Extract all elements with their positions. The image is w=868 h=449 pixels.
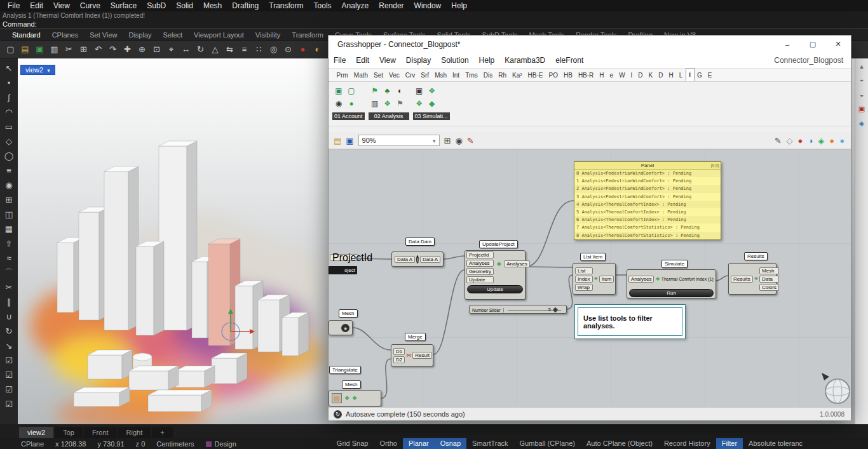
sphere-icon[interactable]: ◉ [2, 178, 16, 192]
component-input[interactable]: Analyses [628, 276, 654, 283]
gh-menu-item[interactable]: View [374, 56, 401, 65]
wind-comfort-icon[interactable]: ⚑ [369, 84, 381, 97]
gh-category-tab[interactable]: i [686, 68, 695, 81]
component-input[interactable]: D2 [393, 356, 405, 363]
material-tab-icon[interactable]: ▣ [858, 105, 865, 113]
status-toggle[interactable]: Record History [658, 438, 716, 449]
units-button[interactable]: Centimeters [151, 440, 200, 448]
data-dam-component[interactable]: Data A ∥ Data A [391, 251, 444, 267]
offset-curve-icon[interactable]: ≡ [2, 163, 16, 178]
account-globe-icon[interactable]: ◉ [332, 97, 345, 110]
slider-track[interactable]: 5 [504, 305, 566, 314]
menu-item[interactable]: Solid [171, 0, 198, 11]
toolbar-tab[interactable]: Set View [84, 29, 123, 41]
gh-category-tab[interactable]: L [676, 69, 686, 81]
menu-item[interactable]: Transform [264, 0, 308, 11]
zoom-extents-icon[interactable]: ⌖ [165, 43, 178, 56]
workspace-cube-icon[interactable]: ▢ [345, 84, 358, 97]
update-button[interactable]: Update [467, 285, 523, 293]
mesh-result-icon[interactable]: ◆ [426, 97, 438, 110]
fillet-icon[interactable]: ⌒ [2, 265, 16, 280]
thermal-comfort-icon[interactable]: ❖ [381, 97, 394, 110]
component-input[interactable]: List [575, 267, 593, 274]
gh-category-tab[interactable]: Msh [432, 69, 450, 81]
menu-item[interactable]: File [3, 0, 25, 11]
menu-item[interactable]: View [48, 0, 75, 11]
statistics-icon[interactable]: ⚑ [394, 97, 407, 110]
gh-panel-component[interactable]: Panel {0;0} 0 Analysis<PedestrianWindCom… [574, 161, 721, 240]
pan-icon[interactable]: ✚ [121, 43, 134, 56]
move-icon[interactable]: ↔ [179, 43, 193, 56]
surface-icon[interactable]: ▦ [2, 222, 16, 236]
component-input[interactable]: ProjectId [466, 251, 494, 258]
menu-item[interactable]: Help [446, 0, 472, 11]
display-tab-icon[interactable]: ◈ [859, 119, 864, 128]
results-component[interactable]: Results ❖ MeshDataColors [728, 263, 776, 295]
component-output[interactable]: Analyses [504, 260, 529, 267]
projectid-param[interactable]: ProjectId [330, 254, 358, 261]
viewport-tab[interactable]: Right [118, 427, 151, 438]
status-toggle[interactable]: Gumball (CPlane) [514, 438, 581, 449]
toolbar-tab[interactable]: Display [123, 29, 157, 41]
component-input[interactable]: Results [731, 276, 753, 283]
print-icon[interactable]: ▥ [48, 43, 61, 56]
layer-check-icon[interactable]: ☑ [2, 353, 16, 368]
gh-category-tab[interactable]: Rh [496, 69, 510, 81]
mesh-component[interactable]: ◉ [329, 320, 353, 335]
loft-icon[interactable]: ≈ [2, 251, 16, 265]
cut-icon[interactable]: ✂ [62, 43, 76, 56]
results-icon[interactable]: ❖ [413, 97, 426, 110]
wireframe-preview-icon[interactable]: ◑ [808, 136, 813, 145]
rotate-tool-icon[interactable]: ↻ [2, 324, 16, 338]
gh-category-tab[interactable]: H [666, 69, 676, 81]
rotate-icon[interactable]: ↻ [194, 43, 207, 56]
gh-category-tab[interactable]: Vec [386, 69, 403, 81]
gh-category-tab[interactable]: HB-R [575, 69, 596, 81]
material-icon[interactable]: ◐ [311, 43, 324, 56]
copy-icon[interactable]: ⊞ [77, 43, 90, 56]
active-layer-chip[interactable]: Design [200, 440, 242, 448]
number-slider-component[interactable]: Number Slider 5 [469, 305, 567, 314]
gh-title-bar[interactable]: Grasshopper - Connector_Blogpost* –▢✕ [329, 36, 851, 53]
panel-tab-icon[interactable]: ◓ [860, 77, 864, 84]
split-icon[interactable]: ∥ [2, 295, 16, 309]
curve-icon[interactable]: ∫ [2, 90, 16, 105]
gh-category-tab[interactable]: W [616, 69, 628, 81]
cplane-button[interactable]: CPlane [15, 440, 50, 448]
gh-category-tab[interactable]: Prm [334, 69, 351, 81]
zoom-grid-icon[interactable]: ⊞ [444, 136, 451, 145]
new-file-icon[interactable]: ▢ [4, 43, 17, 56]
menu-item[interactable]: Window [409, 0, 447, 11]
command-prompt[interactable]: Command: [0, 20, 868, 29]
component-output[interactable]: Item [599, 276, 614, 283]
gh-menu-item[interactable]: Karamba3D [499, 56, 550, 65]
chart-analysis-icon[interactable]: ▥ [369, 97, 381, 110]
gh-category-tab[interactable]: HB-E [525, 69, 546, 81]
gh-category-tab[interactable]: D [656, 69, 666, 81]
run-analysis-icon[interactable]: ❖ [426, 84, 438, 97]
cylinder-icon[interactable]: ◫ [2, 207, 16, 222]
scale-tool-icon[interactable]: ↘ [2, 338, 16, 353]
gh-category-tab[interactable]: Ka² [510, 69, 526, 81]
status-toggle[interactable]: Ortho [374, 438, 403, 449]
rectangle-icon[interactable]: ▭ [2, 119, 16, 134]
status-toggle[interactable]: SmartTrack [466, 438, 513, 449]
close-button[interactable]: ✕ [825, 36, 851, 53]
viewport-tab[interactable]: Front [84, 427, 117, 438]
merge-component[interactable]: D1D2 ⋈ Result [391, 344, 433, 366]
gh-category-tab[interactable]: D [635, 69, 646, 81]
viewport-title-chip[interactable]: view2 [20, 65, 55, 75]
layer-check-icon[interactable]: ☑ [2, 382, 16, 397]
update-project-component[interactable]: ProjectIdAnalysesGeometryUpdate ❖ Analys… [465, 250, 526, 300]
custom-preview-icon[interactable]: ● [829, 136, 834, 145]
gumball-icon[interactable]: ⊙ [281, 43, 295, 56]
status-toggle[interactable]: Auto CPlane (Object) [581, 438, 658, 449]
component-input[interactable]: Wrap [575, 284, 593, 291]
menu-item[interactable]: Edit [25, 0, 48, 11]
menu-item[interactable]: Mesh [198, 0, 227, 11]
viewport-tab[interactable]: + [152, 427, 172, 438]
gh-category-tab[interactable]: E [705, 69, 715, 81]
component-input[interactable]: Analyses [466, 260, 494, 267]
render-icon[interactable]: ● [296, 43, 309, 56]
run-button[interactable]: Run [629, 289, 714, 297]
